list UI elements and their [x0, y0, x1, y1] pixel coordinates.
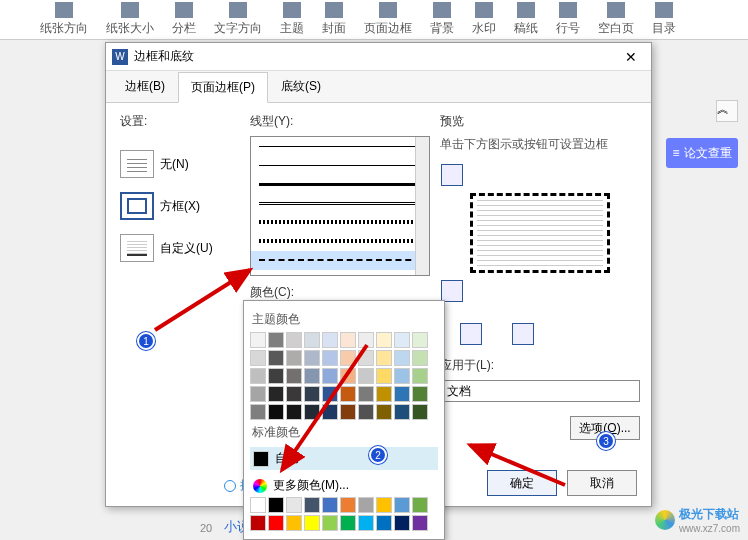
color-swatch[interactable]	[250, 515, 266, 531]
color-swatch[interactable]	[394, 350, 410, 366]
setting-custom[interactable]: 自定义(U)	[120, 234, 240, 262]
color-swatch[interactable]	[268, 368, 284, 384]
ribbon-columns[interactable]: 分栏	[172, 0, 196, 39]
color-swatch[interactable]	[268, 497, 284, 513]
color-swatch[interactable]	[394, 497, 410, 513]
ribbon-page-border[interactable]: 页面边框	[364, 0, 412, 39]
color-swatch[interactable]	[304, 350, 320, 366]
color-swatch[interactable]	[250, 350, 266, 366]
more-colors-option[interactable]: 更多颜色(M)...	[250, 474, 438, 497]
color-swatch[interactable]	[412, 404, 428, 420]
ribbon-blank-page[interactable]: 空白页	[598, 0, 634, 39]
color-swatch[interactable]	[358, 404, 374, 420]
preview-box[interactable]	[470, 193, 610, 273]
color-swatch[interactable]	[394, 332, 410, 348]
color-swatch[interactable]	[358, 350, 374, 366]
setting-box[interactable]: 方框(X)	[120, 192, 240, 220]
color-swatch[interactable]	[250, 497, 266, 513]
border-bottom-toggle[interactable]	[441, 280, 463, 302]
color-swatch[interactable]	[394, 368, 410, 384]
border-left-toggle[interactable]	[460, 323, 482, 345]
color-swatch[interactable]	[322, 386, 338, 402]
color-swatch[interactable]	[394, 515, 410, 531]
color-swatch[interactable]	[376, 350, 392, 366]
cancel-button[interactable]: 取消	[567, 470, 637, 496]
ribbon-paper-orientation[interactable]: 纸张方向	[40, 0, 88, 39]
color-swatch[interactable]	[322, 515, 338, 531]
color-swatch[interactable]	[322, 332, 338, 348]
ribbon-watermark[interactable]: 水印	[472, 0, 496, 39]
ribbon-theme[interactable]: 主题	[280, 0, 304, 39]
color-swatch[interactable]	[322, 350, 338, 366]
color-swatch[interactable]	[268, 332, 284, 348]
color-swatch[interactable]	[286, 368, 302, 384]
color-swatch[interactable]	[376, 404, 392, 420]
ribbon-line-number[interactable]: 行号	[556, 0, 580, 39]
color-swatch[interactable]	[268, 386, 284, 402]
color-swatch[interactable]	[340, 497, 356, 513]
color-swatch[interactable]	[304, 368, 320, 384]
color-swatch[interactable]	[286, 350, 302, 366]
ribbon-background[interactable]: 背景	[430, 0, 454, 39]
color-swatch[interactable]	[340, 368, 356, 384]
color-swatch[interactable]	[340, 386, 356, 402]
close-button[interactable]: ✕	[617, 43, 645, 71]
color-swatch[interactable]	[268, 515, 284, 531]
apply-to-dropdown[interactable]: 文档	[440, 380, 640, 402]
color-swatch[interactable]	[358, 515, 374, 531]
ribbon-paper-size[interactable]: 纸张大小	[106, 0, 154, 39]
color-swatch[interactable]	[358, 368, 374, 384]
color-swatch[interactable]	[304, 386, 320, 402]
color-swatch[interactable]	[358, 332, 374, 348]
border-top-toggle[interactable]	[441, 164, 463, 186]
dock-collapse[interactable]: ︽	[716, 100, 738, 122]
color-swatch[interactable]	[250, 368, 266, 384]
color-swatch[interactable]	[304, 404, 320, 420]
color-swatch[interactable]	[376, 332, 392, 348]
color-swatch[interactable]	[250, 386, 266, 402]
color-swatch[interactable]	[322, 368, 338, 384]
color-swatch[interactable]	[376, 386, 392, 402]
color-swatch[interactable]	[412, 515, 428, 531]
ribbon-text-direction[interactable]: 文字方向	[214, 0, 262, 39]
color-swatch[interactable]	[412, 497, 428, 513]
color-swatch[interactable]	[412, 350, 428, 366]
color-swatch[interactable]	[340, 404, 356, 420]
color-swatch[interactable]	[322, 404, 338, 420]
tab-shading[interactable]: 底纹(S)	[268, 71, 334, 102]
color-swatch[interactable]	[304, 497, 320, 513]
color-swatch[interactable]	[304, 515, 320, 531]
border-right-toggle[interactable]	[512, 323, 534, 345]
dock-essay-review[interactable]: ≡ 论文查重	[666, 138, 738, 168]
scrollbar[interactable]	[415, 137, 429, 275]
ok-button[interactable]: 确定	[487, 470, 557, 496]
color-swatch[interactable]	[340, 350, 356, 366]
tab-border[interactable]: 边框(B)	[112, 71, 178, 102]
ribbon-paper-grid[interactable]: 稿纸	[514, 0, 538, 39]
color-swatch[interactable]	[340, 515, 356, 531]
color-swatch[interactable]	[412, 332, 428, 348]
color-swatch[interactable]	[268, 404, 284, 420]
ribbon-toc[interactable]: 目录	[652, 0, 676, 39]
color-swatch[interactable]	[286, 404, 302, 420]
tab-page-border[interactable]: 页面边框(P)	[178, 72, 268, 103]
color-swatch[interactable]	[358, 386, 374, 402]
line-style-list[interactable]	[250, 136, 430, 276]
color-swatch[interactable]	[376, 368, 392, 384]
color-swatch[interactable]	[286, 497, 302, 513]
setting-none[interactable]: 无(N)	[120, 150, 240, 178]
ribbon-cover[interactable]: 封面	[322, 0, 346, 39]
color-swatch[interactable]	[412, 368, 428, 384]
color-swatch[interactable]	[394, 386, 410, 402]
color-swatch[interactable]	[250, 404, 266, 420]
color-swatch[interactable]	[322, 497, 338, 513]
color-swatch[interactable]	[250, 332, 266, 348]
color-swatch[interactable]	[286, 515, 302, 531]
color-swatch[interactable]	[376, 497, 392, 513]
auto-color-option[interactable]: 自动	[250, 447, 438, 470]
color-swatch[interactable]	[286, 332, 302, 348]
color-swatch[interactable]	[376, 515, 392, 531]
color-swatch[interactable]	[412, 386, 428, 402]
color-swatch[interactable]	[394, 404, 410, 420]
color-swatch[interactable]	[286, 386, 302, 402]
